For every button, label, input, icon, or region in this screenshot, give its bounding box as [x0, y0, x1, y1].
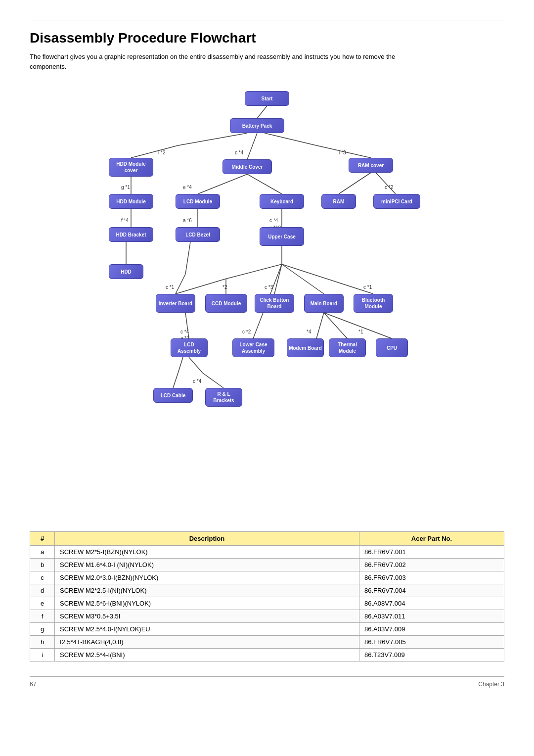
cell-part: 86.FR6V7.003: [359, 571, 504, 584]
svg-line-23: [376, 173, 396, 194]
cell-id: g: [30, 623, 55, 636]
flowchart-node-ram_cover: RAM cover: [349, 158, 393, 173]
cell-desc: SCREW M2*2.5-I(NI)(NYLOK): [55, 584, 359, 597]
cell-id: d: [30, 584, 55, 597]
flowchart-node-start: Start: [245, 91, 289, 106]
cell-part: 86.A03V7.009: [359, 623, 504, 636]
svg-line-32: [324, 313, 392, 338]
flowchart-node-hdd: HDD: [109, 264, 143, 279]
parts-table-body: a SCREW M2*5-I(BZN)(NYLOK) 86.FR6V7.001 …: [30, 546, 504, 662]
svg-text:c *4: c *4: [235, 150, 244, 155]
cell-part: 86.FR6V7.004: [359, 584, 504, 597]
svg-text:c *2: c *2: [242, 329, 251, 334]
flowchart-node-ram: RAM: [321, 194, 356, 209]
flowchart-node-lcd_cable: LCD Cable: [153, 388, 193, 403]
flowchart-node-hdd_cover: HDD Module cover: [109, 158, 153, 177]
svg-text:c *1: c *1: [166, 284, 175, 290]
cell-id: a: [30, 546, 55, 559]
cell-desc: SCREW M2*5-I(BZN)(NYLOK): [55, 546, 359, 559]
svg-line-13: [176, 274, 185, 294]
svg-text:g *1: g *1: [121, 185, 130, 190]
svg-line-4: [265, 133, 316, 145]
top-border: [30, 20, 504, 20]
svg-text:*1: *1: [358, 329, 363, 334]
svg-text:c *2: c *2: [385, 185, 394, 190]
flowchart-node-main_board: Main Board: [304, 294, 344, 313]
flowchart: i *2c *4i *3g *1e *4c *2f *4a *6c *4e *1…: [79, 86, 455, 517]
svg-text:c *4: c *4: [269, 218, 278, 223]
svg-line-5: [316, 145, 371, 158]
cell-desc: I2.5*4T-BKAGH(4,0.8): [55, 636, 359, 649]
table-header-part: Acer Part No.: [359, 532, 504, 546]
svg-line-31: [324, 313, 347, 338]
flowchart-node-keyboard: Keyboard: [260, 194, 304, 209]
table-row: h I2.5*4T-BKAGH(4,0.8) 86.FR6V7.005: [30, 636, 504, 649]
footer-chapter: Chapter 3: [478, 681, 504, 688]
cell-id: i: [30, 649, 55, 662]
flowchart-node-middle_cover: Middle Cover: [222, 159, 272, 174]
flowchart-node-bluetooth: Bluetooth Module: [354, 294, 393, 313]
table-row: c SCREW M2.0*3.0-I(BZN)(NYLOK) 86.FR6V7.…: [30, 571, 504, 584]
svg-line-2: [131, 145, 178, 158]
parts-table: # Description Acer Part No. a SCREW M2*5…: [30, 531, 504, 662]
cell-part: 86.T23V7.009: [359, 649, 504, 662]
svg-line-18: [274, 264, 282, 294]
flowchart-node-hdd_bracket: HDD Bracket: [109, 227, 153, 242]
table-row: f SCREW M3*0.5+3.5I 86.A03V7.011: [30, 610, 504, 623]
svg-line-1: [178, 133, 247, 145]
flowchart-node-lcd_module: LCD Module: [176, 194, 220, 209]
svg-text:a *6: a *6: [183, 218, 192, 223]
flowchart-node-lcd_asm: LCD Assembly: [171, 338, 208, 357]
cell-desc: SCREW M2.5*6-I(BNI)(NYLOK): [55, 597, 359, 610]
svg-text:f *4: f *4: [121, 218, 129, 223]
flowchart-node-rl_brackets: R & L Brackets: [205, 388, 242, 407]
svg-line-27: [189, 357, 203, 373]
svg-line-0: [257, 106, 267, 118]
cell-part: 86.FR6V7.002: [359, 559, 504, 571]
svg-text:c *4: c *4: [193, 378, 202, 384]
footer: 67 Chapter 3: [30, 676, 504, 688]
svg-line-12: [185, 242, 190, 274]
svg-line-9: [198, 174, 247, 194]
svg-text:i *2: i *2: [158, 150, 166, 155]
cell-part: 86.A08V7.004: [359, 597, 504, 610]
table-row: b SCREW M1.6*4.0-I (NI)(NYLOK) 86.FR6V7.…: [30, 559, 504, 571]
flowchart-node-click_btn: Click Button Board: [255, 294, 294, 313]
svg-line-19: [282, 264, 324, 294]
cell-part: 86.FR6V7.005: [359, 636, 504, 649]
cell-desc: SCREW M2.5*4.0-I(NYLOK)EU: [55, 623, 359, 636]
footer-page-number: 67: [30, 681, 36, 688]
svg-line-28: [203, 373, 223, 388]
svg-line-16: [225, 264, 282, 279]
svg-line-17: [176, 279, 225, 294]
cell-id: c: [30, 571, 55, 584]
svg-line-22: [339, 173, 371, 194]
svg-text:*2: *2: [222, 284, 227, 290]
svg-text:e *4: e *4: [183, 185, 192, 190]
cell-part: 86.FR6V7.001: [359, 546, 504, 559]
svg-line-25: [178, 357, 183, 373]
svg-text:i *3: i *3: [339, 150, 346, 155]
table-row: d SCREW M2*2.5-I(NI)(NYLOK) 86.FR6V7.004: [30, 584, 504, 597]
table-row: g SCREW M2.5*4.0-I(NYLOK)EU 86.A03V7.009: [30, 623, 504, 636]
intro-text: The flowchart gives you a graphic repres…: [30, 52, 425, 71]
table-row: a SCREW M2*5-I(BZN)(NYLOK) 86.FR6V7.001: [30, 546, 504, 559]
svg-line-3: [247, 133, 257, 159]
flowchart-node-inverter: Inverter Board: [156, 294, 195, 313]
flowchart-node-cpu: CPU: [376, 338, 408, 357]
flowchart-container: i *2c *4i *3g *1e *4c *2f *4a *6c *4e *1…: [30, 86, 504, 517]
cell-id: f: [30, 610, 55, 623]
cell-id: e: [30, 597, 55, 610]
flowchart-node-lcd_bezel: LCD Bezel: [176, 227, 220, 242]
svg-text:c *1: c *1: [363, 284, 372, 290]
svg-line-24: [185, 313, 189, 338]
cell-id: h: [30, 636, 55, 649]
flowchart-node-thermal: Thermal Module: [329, 338, 366, 357]
svg-text:c *4: c *4: [180, 329, 189, 334]
cell-id: b: [30, 559, 55, 571]
svg-line-30: [316, 313, 324, 338]
cell-desc: SCREW M3*0.5+3.5I: [55, 610, 359, 623]
flowchart-node-modem: Modem Board: [287, 338, 324, 357]
cell-part: 86.A03V7.011: [359, 610, 504, 623]
flowchart-node-lower_case: Lower Case Assembly: [232, 338, 274, 357]
